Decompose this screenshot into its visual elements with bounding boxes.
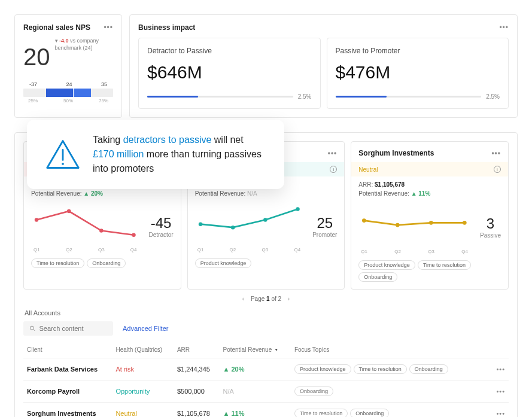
nps-label: Passive — [480, 232, 501, 239]
advanced-filter-link[interactable]: Advanced Filter — [123, 325, 168, 332]
cell-potential: N/A — [219, 380, 290, 402]
nps-label: Detractor — [149, 232, 174, 238]
tag[interactable]: Time to resolution — [418, 260, 471, 270]
nps-score: 25 — [312, 215, 337, 232]
tag[interactable]: Time to resolution — [354, 364, 407, 374]
info-icon[interactable]: i — [330, 166, 337, 173]
svg-point-11 — [463, 221, 467, 225]
tag[interactable]: Onboarding — [350, 409, 389, 417]
more-icon[interactable]: ••• — [328, 149, 338, 157]
svg-point-10 — [429, 221, 433, 225]
detractor-label: Detractor to Passive — [147, 47, 312, 55]
more-icon[interactable]: ••• — [499, 23, 509, 32]
tag[interactable]: Onboarding — [409, 364, 448, 374]
cell-focus: Onboarding — [291, 380, 491, 402]
nps-score: -45 — [149, 215, 174, 232]
nps-title: Regional sales NPS — [23, 23, 90, 32]
tag[interactable]: Onboarding — [358, 272, 397, 282]
detractor-value: $646M — [147, 62, 312, 83]
account-title: Sorghum Investments — [358, 149, 434, 157]
row-more-icon[interactable]: ••• — [491, 402, 509, 417]
col-health[interactable]: Health (Qualtrics) — [112, 342, 174, 358]
svg-point-4 — [198, 222, 202, 226]
accounts-table: Client Health (Qualtrics) ARR Potential … — [23, 342, 509, 417]
passive-label: Passive to Promoter — [336, 47, 500, 55]
account-card[interactable]: Sorghum Investments ••• Neutral i ARR: $… — [351, 141, 509, 290]
table-row[interactable]: Sorghum InvestmentsNeutral$1,105,678▲ 11… — [23, 402, 509, 417]
cell-focus: Time to resolutionOnboarding — [291, 402, 491, 417]
tag[interactable]: Time to resolution — [31, 258, 84, 268]
table-header-row: Client Health (Qualtrics) ARR Potential … — [23, 342, 509, 358]
passive-subcard: Passive to Promoter $476M 2.5% — [327, 38, 509, 109]
search-input[interactable] — [39, 325, 107, 332]
trend-chart — [195, 200, 303, 243]
nps-delta: ▾ -4.0 vs company benchmark (24) — [55, 38, 114, 51]
svg-point-12 — [30, 326, 34, 330]
tag[interactable]: Time to resolution — [294, 409, 348, 417]
tag[interactable]: Onboarding — [294, 386, 333, 396]
cell-health: Neutral — [112, 402, 174, 417]
sort-desc-icon: ▼ — [274, 348, 278, 352]
svg-point-6 — [263, 218, 267, 221]
tag[interactable]: Product knowledge — [358, 260, 415, 270]
cell-potential: ▲ 11% — [219, 402, 290, 417]
account-tags: Product knowledge — [195, 258, 338, 268]
tag[interactable]: Product knowledge — [195, 258, 252, 268]
col-potential[interactable]: Potential Revenue ▼ — [219, 342, 290, 358]
tag[interactable]: Onboarding — [87, 258, 126, 268]
svg-point-7 — [296, 207, 299, 211]
cell-arr: $1,244,345 — [174, 358, 220, 380]
cell-health: Opportunity — [112, 380, 174, 402]
nps-card: Regional sales NPS ••• 20 ▾ -4.0 vs comp… — [14, 14, 122, 118]
svg-point-9 — [396, 223, 400, 227]
bar-label-mid: 24 — [66, 81, 72, 87]
svg-point-0 — [35, 218, 38, 221]
cell-client: Farbank Data Services — [23, 358, 112, 380]
col-focus[interactable]: Focus Topics — [291, 342, 491, 358]
row-more-icon[interactable]: ••• — [491, 358, 509, 380]
svg-line-13 — [34, 329, 35, 331]
cell-focus: Product knowledgeTime to resolutionOnboa… — [291, 358, 491, 380]
account-tags: Time to resolutionOnboarding — [31, 258, 174, 268]
pager-prev[interactable]: ‹ — [238, 296, 249, 302]
all-accounts-label: All Accounts — [25, 309, 509, 316]
trend-chart — [358, 200, 470, 245]
col-arr[interactable]: ARR — [174, 342, 220, 358]
search-icon — [29, 325, 35, 332]
nps-bar — [23, 89, 113, 97]
account-tags: Product knowledgeTime to resolutionOnboa… — [358, 260, 501, 282]
bar-label-high: 35 — [101, 81, 107, 87]
more-icon[interactable]: ••• — [104, 23, 113, 32]
svg-point-3 — [132, 233, 135, 237]
info-icon[interactable]: i — [494, 166, 501, 173]
pager: ‹ Page 1 of 2 › — [23, 296, 509, 302]
row-more-icon[interactable]: ••• — [491, 380, 509, 402]
search-box[interactable] — [23, 321, 113, 336]
cell-potential: ▲ 20% — [219, 358, 290, 380]
table-row[interactable]: Korcomp PayrollOpportunity$500,000N/AOnb… — [23, 380, 509, 402]
detractor-subcard: Detractor to Passive $646M 2.5% — [138, 38, 321, 109]
trend-chart — [31, 200, 139, 243]
svg-point-5 — [231, 226, 235, 229]
warning-icon — [45, 138, 81, 171]
nps-score: 3 — [480, 215, 501, 232]
callout-text: Taking detractors to passive will net £1… — [93, 133, 266, 176]
status-badge: Neutral — [358, 166, 378, 173]
col-client[interactable]: Client — [23, 342, 112, 358]
impact-title: Business impact — [138, 23, 195, 32]
cell-arr: $500,000 — [174, 380, 220, 402]
cell-client: Korcomp Payroll — [23, 380, 112, 402]
svg-point-8 — [362, 218, 366, 223]
pager-next[interactable]: › — [283, 296, 294, 302]
tag[interactable]: Product knowledge — [294, 364, 351, 374]
cell-health: At risk — [112, 358, 174, 380]
cell-client: Sorghum Investments — [23, 402, 112, 417]
table-row[interactable]: Farbank Data ServicesAt risk$1,244,345▲ … — [23, 358, 509, 380]
svg-point-2 — [99, 229, 103, 232]
svg-point-16 — [62, 163, 64, 165]
svg-point-1 — [67, 209, 71, 213]
nps-label: Promoter — [312, 232, 337, 238]
passive-pct: 2.5% — [486, 93, 500, 100]
insight-callout: Taking detractors to passive will net £1… — [27, 120, 284, 189]
more-icon[interactable]: ••• — [491, 149, 501, 157]
